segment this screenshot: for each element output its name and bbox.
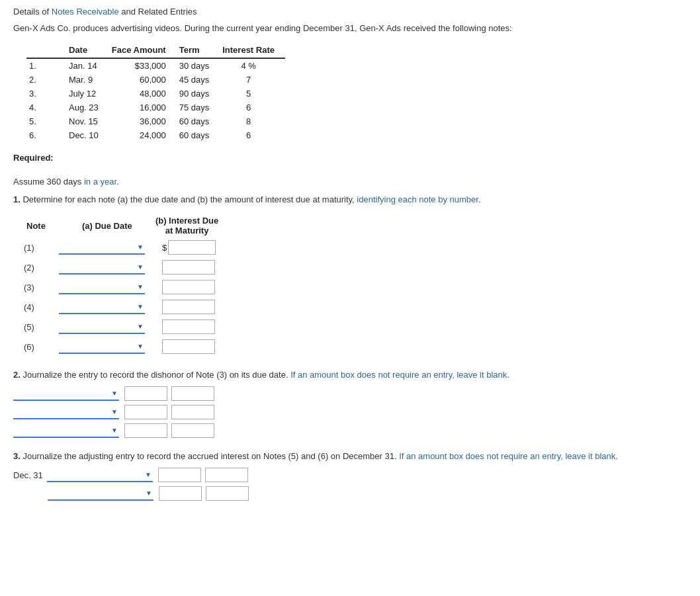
notes-receivable-link[interactable]: Notes Receivable — [52, 7, 119, 17]
table-row: 6. Dec. 10 24,000 60 days 6 — [26, 128, 285, 142]
assume-suffix: . — [116, 177, 119, 187]
q3-row-2: ▼ — [48, 486, 687, 501]
q2-debit-1[interactable] — [124, 386, 167, 401]
q3-dropdown-2[interactable]: ▼ — [48, 487, 153, 501]
q1-select-3[interactable] — [59, 300, 145, 313]
q2-dropdown-1[interactable]: ▼ — [13, 387, 119, 401]
intro-text: Gen-X Ads Co. produces advertising video… — [13, 23, 687, 33]
q1-answer-row: (2) ▼ — [20, 257, 225, 277]
q1-dropdown-4[interactable]: ▼ — [59, 320, 145, 334]
q1-select-5[interactable] — [59, 340, 145, 353]
q2-row-3: ▼ — [13, 423, 687, 438]
q3-link: If an amount box does not require an ent… — [399, 451, 615, 461]
row-term: 60 days — [177, 128, 220, 142]
q1-select-1[interactable] — [59, 261, 145, 273]
q3-text-prefix: Journalize the adjusting entry to record… — [22, 451, 399, 461]
row-date: Mar. 9 — [66, 73, 109, 87]
q2-text: 2. Journalize the entry to record the di… — [13, 370, 687, 380]
q1-interest-cell-0: $ — [149, 237, 225, 257]
row-num: 2. — [26, 73, 66, 87]
q1-answer-section: Note (a) Due Date (b) Interest Due at Ma… — [13, 214, 687, 357]
q1-due-date-cell-4: ▼ — [52, 317, 149, 337]
q1-suffix: . — [478, 194, 481, 204]
q3-dropdown-1[interactable]: ▼ — [47, 468, 153, 482]
q3-select-2[interactable] — [48, 487, 153, 499]
q2-debit-3[interactable] — [124, 423, 167, 438]
q3-credit-1[interactable] — [205, 468, 248, 482]
q1-due-date-cell-5: ▼ — [52, 337, 149, 357]
q1-interest-header: (b) Interest Due at Maturity — [149, 214, 225, 237]
q3-debit-1[interactable] — [158, 468, 201, 482]
row-amount: 24,000 — [109, 128, 177, 142]
q1-text: 1. Determine for each note (a) the due d… — [13, 194, 687, 204]
q1-interest-input-3[interactable] — [162, 300, 215, 314]
q2-select-1[interactable] — [13, 387, 119, 400]
q2-row-2: ▼ — [13, 405, 687, 419]
col-header-term: Term — [177, 42, 220, 58]
row-rate: 6 — [220, 101, 285, 114]
q1-interest-input-5[interactable] — [162, 339, 215, 354]
assume-prefix: Assume 360 days — [13, 177, 84, 187]
q3-credit-2[interactable] — [206, 486, 249, 501]
q1-select-2[interactable] — [59, 280, 145, 293]
q1-select-0[interactable] — [59, 241, 145, 253]
col-header-face-amount: Face Amount — [109, 42, 177, 58]
q2-number: 2. — [13, 370, 21, 380]
row-term: 90 days — [177, 87, 220, 101]
col-header-date: Date — [66, 42, 109, 58]
q1-note-header: Note — [20, 214, 52, 237]
q1-dropdown-5[interactable]: ▼ — [59, 340, 145, 354]
q1-due-date-cell-3: ▼ — [52, 297, 149, 317]
row-rate: 6 — [220, 128, 285, 142]
q3-select-1[interactable] — [47, 468, 153, 481]
q1-interest-input-0[interactable] — [168, 240, 216, 255]
q1-dropdown-1[interactable]: ▼ — [59, 261, 145, 275]
q1-note-label-2: (3) — [20, 277, 52, 297]
q3-debit-2[interactable] — [159, 486, 202, 501]
q2-dropdown-2[interactable]: ▼ — [13, 405, 119, 419]
q1-interest-input-1[interactable] — [162, 260, 215, 275]
q1-interest-input-4[interactable] — [162, 319, 215, 334]
q1-answer-row: (6) ▼ — [20, 337, 225, 357]
row-rate: 4 % — [220, 58, 285, 73]
q1-note-label-0: (1) — [20, 237, 52, 257]
q1-due-date-cell-1: ▼ — [52, 257, 149, 277]
row-amount: $33,000 — [109, 58, 177, 73]
row-term: 30 days — [177, 58, 220, 73]
table-row: 5. Nov. 15 36,000 60 days 8 — [26, 114, 285, 128]
q1-note-label-1: (2) — [20, 257, 52, 277]
q1-interest-cell-4 — [149, 317, 225, 337]
q1-interest-input-2[interactable] — [162, 280, 215, 294]
table-row: 2. Mar. 9 60,000 45 days 7 — [26, 73, 285, 87]
q2-dropdown-3[interactable]: ▼ — [13, 424, 119, 438]
q2-journal-section: ▼ ▼ ▼ — [13, 386, 687, 438]
row-num: 6. — [26, 128, 66, 142]
q1-interest-cell-3 — [149, 297, 225, 317]
q2-select-3[interactable] — [13, 424, 119, 437]
q2-credit-1[interactable] — [171, 386, 214, 401]
row-num: 3. — [26, 87, 66, 101]
q2-select-2[interactable] — [13, 405, 119, 418]
q2-debit-2[interactable] — [124, 405, 167, 419]
row-date: Aug. 23 — [66, 101, 109, 114]
q1-answer-row: (3) ▼ — [20, 277, 225, 297]
q1-link: identifying each note by number — [357, 194, 478, 204]
q1-select-4[interactable] — [59, 320, 145, 333]
row-date: July 12 — [66, 87, 109, 101]
q2-credit-2[interactable] — [171, 405, 214, 419]
q1-answer-row: (1) ▼ $ — [20, 237, 225, 257]
q1-note-label-4: (5) — [20, 317, 52, 337]
q1-note-label-5: (6) — [20, 337, 52, 357]
header-prefix: Details of — [13, 7, 52, 17]
row-rate: 5 — [220, 87, 285, 101]
q1-dropdown-2[interactable]: ▼ — [59, 280, 145, 294]
q2-row-1: ▼ — [13, 386, 687, 401]
q2-credit-3[interactable] — [171, 423, 214, 438]
row-date: Dec. 10 — [66, 128, 109, 142]
q3-suffix: . — [615, 451, 618, 461]
q1-answer-row: (5) ▼ — [20, 317, 225, 337]
q1-dropdown-3[interactable]: ▼ — [59, 300, 145, 314]
header-middle: and Related Entries — [119, 7, 197, 17]
q1-dropdown-0[interactable]: ▼ — [59, 241, 145, 255]
q1-due-date-header: (a) Due Date — [52, 214, 149, 237]
